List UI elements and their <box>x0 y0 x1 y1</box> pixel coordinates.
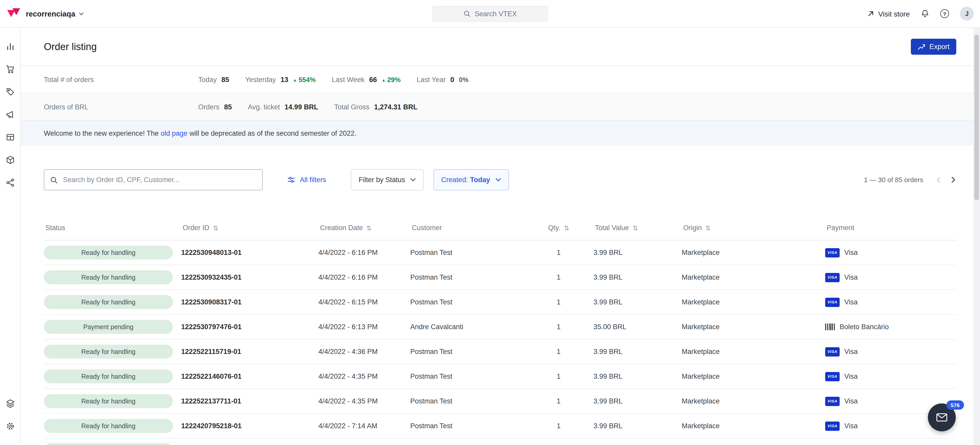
chevron-right-icon <box>950 176 956 183</box>
account-name: recorrenciaqa <box>26 10 75 18</box>
cell-order-id[interactable]: 1222530932435-01 <box>181 273 318 281</box>
table-body: Ready for handling1222530948013-014/4/20… <box>44 240 956 445</box>
sidebar-item-promotions[interactable] <box>5 87 15 97</box>
stat-metric-delta: ▲554% <box>293 76 316 83</box>
table-row[interactable]: Ready for handling1222522115719-014/4/20… <box>44 340 956 364</box>
cell-qty: 1 <box>524 273 593 281</box>
megaphone-icon <box>5 110 15 119</box>
status-badge: Ready for handling <box>44 345 173 359</box>
cell-order-id[interactable]: 1222522115719-01 <box>181 348 318 356</box>
cell-order-id[interactable]: 1222522137711-01 <box>181 397 318 405</box>
table-row[interactable]: Ready for handling1222530948013-014/4/20… <box>44 240 956 265</box>
stat-metric-label: Today <box>198 76 217 83</box>
column-header-creation-date[interactable]: Creation Date <box>318 224 410 232</box>
sidebar-item-analytics[interactable] <box>5 42 15 51</box>
envelope-icon <box>936 413 948 422</box>
cell-customer: Postman Test <box>410 298 524 306</box>
cell-payment: VISAVisa <box>825 297 954 307</box>
old-page-link[interactable]: old page <box>161 129 188 137</box>
sidebar-item-catalog[interactable] <box>5 133 15 142</box>
bell-icon <box>921 9 929 18</box>
sort-icon <box>564 225 569 231</box>
cell-total-value: 3.99 BRL <box>593 397 682 405</box>
main-content: Order listing Export Total # of orders T… <box>21 28 980 445</box>
cell-status <box>44 443 181 445</box>
cell-status: Ready for handling <box>44 419 181 433</box>
search-icon <box>463 10 470 17</box>
cell-qty: 1 <box>524 372 593 380</box>
cell-origin: Marketplace <box>682 397 825 405</box>
cell-order-id[interactable]: 1222522146076-01 <box>181 372 318 380</box>
cell-origin: Marketplace <box>682 323 825 331</box>
deprecation-banner: Welcome to the new experience! The old p… <box>21 120 980 146</box>
column-header-customer: Customer <box>410 224 524 232</box>
cell-qty: 1 <box>524 249 593 256</box>
cell-order-id[interactable]: 1222530797476-01 <box>181 323 318 331</box>
cell-payment: VISAVisa <box>825 248 954 257</box>
stat-metric-label: Last Week <box>332 76 364 83</box>
stat-metric-value: 85 <box>224 103 232 111</box>
cell-order-id[interactable]: 1222530948013-01 <box>181 249 318 256</box>
visa-icon: VISA <box>825 372 840 381</box>
column-header-order-id[interactable]: Order ID <box>181 224 318 232</box>
help-button[interactable]: ? <box>940 9 949 18</box>
stat-metric: Orders85 <box>198 103 232 111</box>
global-search[interactable]: Search VTEX <box>432 6 548 22</box>
stat-metric-value: 85 <box>221 76 229 83</box>
table-toolbar: All filters Filter by Status Created:Tod… <box>44 169 956 191</box>
stat-metric-label: Orders <box>198 103 220 111</box>
table-row[interactable]: Ready for handling1222530908317-014/4/20… <box>44 290 956 315</box>
sidebar-item-apps[interactable] <box>5 399 15 408</box>
table-row[interactable]: Ready for handling1222522146076-014/4/20… <box>44 364 956 389</box>
vtex-admin-order-listing: recorrenciaqa Search VTEX Visit store ? … <box>0 0 980 445</box>
cell-origin: Marketplace <box>682 422 825 430</box>
user-avatar[interactable]: J <box>960 7 974 21</box>
status-filter-dropdown[interactable]: Filter by Status <box>351 169 424 191</box>
cell-qty: 1 <box>524 298 593 306</box>
table-row[interactable]: Ready for handling1222522137711-014/4/20… <box>44 389 956 414</box>
cell-status: Ready for handling <box>44 295 181 309</box>
table-row[interactable]: Ready for handling1222530932435-014/4/20… <box>44 265 956 290</box>
stat-metric-value: 14.99 BRL <box>285 103 318 111</box>
column-header-origin[interactable]: Origin <box>682 224 825 232</box>
export-button[interactable]: Export <box>911 39 956 55</box>
table-row[interactable]: Ready for handling1222420795218-014/4/20… <box>44 414 956 439</box>
notifications-button[interactable] <box>921 9 929 18</box>
stat-metric-label: Last Year <box>417 76 446 83</box>
scrollbar-thumb[interactable] <box>974 35 979 200</box>
scrollbar-track <box>973 28 980 445</box>
table-row[interactable]: Payment pending1222530797476-014/4/2022 … <box>44 315 956 340</box>
column-header-total-value[interactable]: Total Value <box>593 224 682 232</box>
cart-icon <box>5 65 15 74</box>
order-search-input[interactable] <box>44 169 262 191</box>
visit-store-button[interactable]: Visit store <box>867 10 910 18</box>
cell-status: Ready for handling <box>44 394 181 408</box>
orders-count-row: Total # of orders Today85Yesterday13▲554… <box>21 65 980 93</box>
sidebar-item-orders[interactable] <box>5 65 15 74</box>
sidebar-item-shipping[interactable] <box>5 155 15 165</box>
sort-icon <box>705 225 711 231</box>
cell-order-id[interactable]: 1222420795218-01 <box>181 422 318 430</box>
sidebar-item-marketing[interactable] <box>5 110 15 119</box>
cell-qty: 1 <box>524 348 593 356</box>
layers-icon <box>5 399 15 408</box>
cell-qty: 1 <box>524 397 593 405</box>
sidebar-item-integrations[interactable] <box>5 178 15 187</box>
sidebar-item-settings[interactable] <box>5 421 15 431</box>
avatar-initial: J <box>965 10 969 17</box>
cell-origin: Marketplace <box>682 273 825 281</box>
external-link-icon <box>867 10 874 17</box>
table-row[interactable] <box>44 439 956 445</box>
next-page-button[interactable] <box>950 176 956 183</box>
created-filter-dropdown[interactable]: Created:Today <box>433 169 509 191</box>
account-menu[interactable]: recorrenciaqa <box>26 10 84 18</box>
previous-page-button[interactable] <box>935 176 942 183</box>
stat-metric-value: 66 <box>369 76 377 83</box>
cell-origin: Marketplace <box>682 298 825 306</box>
banner-text-before: Welcome to the new experience! The <box>44 129 159 137</box>
share-icon <box>5 178 15 187</box>
column-header-qty-[interactable]: Qty. <box>524 224 593 232</box>
stat-metric-value: 0 <box>450 76 454 83</box>
all-filters-button[interactable]: All filters <box>288 176 326 184</box>
cell-order-id[interactable]: 1222530908317-01 <box>181 298 318 306</box>
